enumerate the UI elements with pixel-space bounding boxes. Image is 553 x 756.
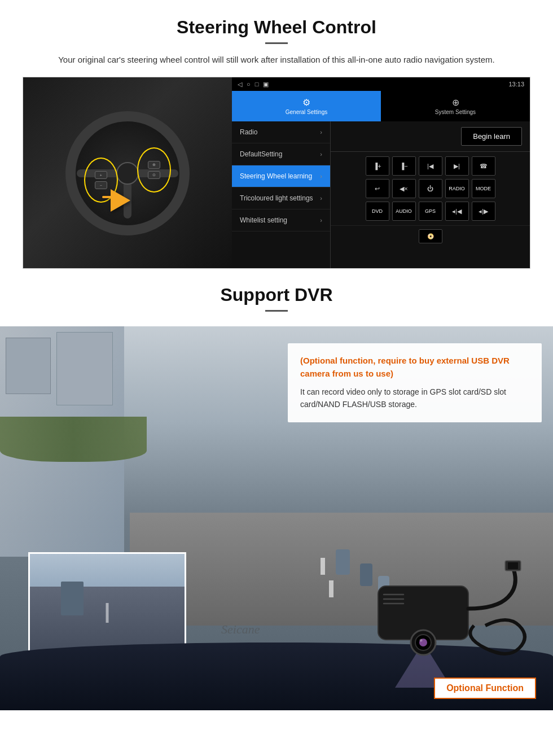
thumb-road-line (106, 603, 109, 623)
dvr-title-area: Support DVR (0, 269, 553, 326)
steering-wheel-image: + − ⊕ ⊙ (23, 77, 232, 269)
dvr-section: Support DVR (0, 269, 553, 710)
btn-mute[interactable]: ◀× (392, 179, 416, 198)
wheel-btn-vol-down: − (95, 181, 107, 189)
begin-learn-button[interactable]: Begin learn (461, 127, 522, 146)
cable-coil-path (470, 620, 525, 654)
menu-default-label: DefaultSetting (240, 150, 282, 158)
tab-general-label: General Settings (286, 109, 328, 115)
tab-system-label: System Settings (435, 109, 476, 115)
menu-radio[interactable]: Radio › (232, 121, 330, 143)
seicane-watermark-dvr: Seicane (221, 622, 260, 637)
menu-tricoloured[interactable]: Tricoloured light settings › (232, 187, 330, 209)
dvr-optional-text: (Optional function, require to buy exter… (300, 355, 529, 380)
title-divider (265, 42, 288, 44)
dvr-divider (265, 310, 288, 312)
menu-default-chevron: › (320, 151, 322, 158)
dvr-background-scene: Seicane (Optional function, require to b… (0, 326, 553, 710)
control-button-grid: ▐+ ▐− |◀ ▶| ☎ ↩ ◀× ⏻ RADIO MODE (331, 152, 530, 225)
arrow-pointer (111, 189, 130, 212)
menu-whitelist-label: Whitelist setting (240, 216, 287, 224)
status-time: 13:13 (508, 81, 524, 88)
wheel-outer-ring: + − ⊕ ⊙ (65, 111, 190, 235)
wheel-center-hub (116, 162, 139, 185)
dvr-description: It can record video only to storage in G… (300, 386, 529, 411)
btn-next-ch[interactable]: ◂|▶ (472, 202, 495, 221)
menu-steering-chevron: › (320, 173, 322, 180)
optional-function-badge[interactable]: Optional Function (434, 678, 536, 699)
btn-gps[interactable]: GPS (419, 202, 442, 221)
btn-hang-up[interactable]: ↩ (366, 179, 389, 198)
wheel-btn-mode: ⊕ (148, 161, 160, 169)
thumb-car (61, 582, 84, 615)
usb-cable-path (468, 569, 515, 609)
control-row-3: DVD AUDIO GPS ◂|◀ ◂|▶ (335, 202, 525, 221)
btn-power[interactable]: ⏻ (419, 179, 442, 198)
dvr-camera-device-area (305, 552, 542, 699)
android-menu: Radio › DefaultSetting › Steering Wheel … (232, 121, 331, 268)
btn-phone[interactable]: ☎ (472, 156, 495, 176)
dvr-info-panel: (Optional function, require to buy exter… (288, 343, 542, 422)
menu-steering-label: Steering Wheel learning (240, 172, 312, 180)
menu-radio-label: Radio (240, 128, 257, 136)
status-nav-icons: ◁ ○ □ ▣ (238, 81, 269, 88)
screenshot-icon: ▣ (263, 81, 269, 88)
lens-highlight (420, 639, 423, 642)
dvr-camera-svg (316, 552, 530, 688)
btn-vol-down[interactable]: ▐− (392, 156, 416, 176)
tab-general-settings[interactable]: ⚙ General Settings (232, 91, 381, 121)
home-icon: ○ (247, 81, 251, 88)
steering-subtitle: Your original car's steering wheel contr… (23, 53, 530, 67)
android-controls-panel: Begin learn ▐+ ▐− |◀ ▶| ☎ ↩ ◀× (331, 121, 530, 268)
android-content: Radio › DefaultSetting › Steering Wheel … (232, 121, 530, 268)
recents-icon: □ (255, 81, 259, 88)
dvr-title: Support DVR (23, 285, 530, 305)
menu-steering-wheel[interactable]: Steering Wheel learning › (232, 165, 330, 187)
steering-title: Steering Wheel Control (23, 17, 530, 38)
wheel-btn-seek: ⊙ (148, 171, 160, 179)
bottom-dvd-icon: 📀 (419, 229, 442, 243)
btn-radio[interactable]: RADIO (445, 179, 469, 198)
menu-default-setting[interactable]: DefaultSetting › (232, 143, 330, 165)
menu-tricoloured-chevron: › (320, 195, 322, 202)
menu-whitelist-chevron: › (320, 217, 322, 224)
btn-dvd[interactable]: DVD (366, 202, 389, 221)
control-row-2: ↩ ◀× ⏻ RADIO MODE (335, 179, 525, 198)
general-settings-icon: ⚙ (302, 97, 310, 108)
btn-prev-track[interactable]: |◀ (419, 156, 442, 176)
android-status-bar: ◁ ○ □ ▣ 13:13 (232, 77, 530, 91)
tab-system-settings[interactable]: ⊕ System Settings (381, 91, 530, 121)
android-bottom-row: 📀 (331, 225, 530, 247)
wheel-buttons-right: ⊕ ⊙ (137, 147, 171, 193)
steering-section: Steering Wheel Control Your original car… (0, 0, 553, 269)
menu-tricoloured-label: Tricoloured light settings (240, 194, 313, 202)
menu-radio-chevron: › (320, 129, 322, 136)
usb-plug-inner (508, 562, 518, 569)
android-tabs: ⚙ General Settings ⊕ System Settings (232, 91, 530, 121)
system-settings-icon: ⊕ (452, 97, 459, 108)
btn-audio[interactable]: AUDIO (392, 202, 416, 221)
tree-row (0, 417, 147, 462)
back-icon: ◁ (238, 81, 242, 88)
control-row-1: ▐+ ▐− |◀ ▶| ☎ (335, 156, 525, 176)
menu-whitelist[interactable]: Whitelist setting › (232, 209, 330, 231)
steering-demo-area: + − ⊕ ⊙ ◁ ○ □ ▣ 13:13 (23, 77, 530, 269)
android-panel: ◁ ○ □ ▣ 13:13 ⚙ General Settings ⊕ Syste… (232, 77, 530, 268)
btn-vol-up[interactable]: ▐+ (366, 156, 389, 176)
btn-mode[interactable]: MODE (472, 179, 495, 198)
btn-next-track[interactable]: ▶| (445, 156, 469, 176)
house-1 (6, 338, 51, 394)
btn-prev-ch[interactable]: ◂|◀ (445, 202, 469, 221)
house-2 (56, 332, 113, 405)
begin-learn-row: Begin learn (331, 121, 530, 152)
wheel-btn-vol-up: + (95, 171, 107, 179)
